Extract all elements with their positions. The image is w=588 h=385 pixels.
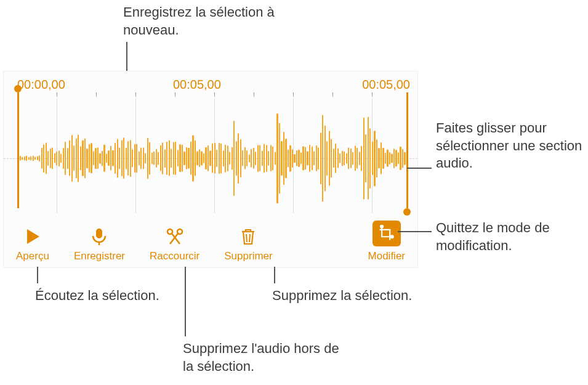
timecode-playhead: 00:05,00	[173, 78, 221, 92]
leader-delete-sel	[274, 267, 275, 283]
edit-mode-button[interactable]: Modifier	[368, 221, 405, 262]
callout-rerecord: Enregistrez la sélection à nouveau.	[123, 4, 283, 39]
tick-marks	[4, 92, 417, 97]
delete-label: Supprimer	[224, 250, 272, 262]
selection-handle-start[interactable]	[17, 92, 19, 208]
timecode-start: 00:00,00	[17, 78, 65, 92]
waveform[interactable]	[4, 108, 417, 208]
timecode-end: 00:05,00	[362, 78, 410, 92]
svg-line-6	[246, 234, 247, 242]
callout-delete-out: Supprimez l'audio hors de la sélection.	[183, 340, 343, 375]
scissors-icon	[165, 227, 185, 246]
delete-button[interactable]: Supprimer	[224, 227, 272, 262]
record-label: Enregistrer	[74, 250, 125, 262]
audio-editor-panel: 00:00,00 00:05,00 00:05,00	[4, 71, 417, 267]
waveform-area[interactable]: 00:00,00 00:05,00 00:05,00	[4, 71, 417, 213]
svg-line-7	[249, 234, 250, 242]
timecode-bar: 00:00,00 00:05,00 00:05,00	[4, 78, 417, 92]
callout-listen: Écoutez la sélection.	[35, 287, 159, 305]
callout-quit-edit: Quittez le mode de modification.	[436, 219, 588, 254]
diagram-stage: Enregistrez la sélection à nouveau. 00:0…	[0, 0, 588, 385]
svg-rect-0	[96, 229, 102, 238]
svg-point-8	[381, 225, 383, 227]
trim-label: Raccourcir	[150, 250, 199, 262]
preview-button[interactable]: Aperçu	[16, 227, 49, 262]
preview-label: Aperçu	[16, 250, 49, 262]
leader-quit-edit	[398, 231, 432, 232]
callout-drag: Faites glisser pour sélectionner une sec…	[436, 120, 588, 172]
svg-point-9	[390, 235, 393, 238]
callout-delete-sel: Supprimez la sélection.	[272, 287, 412, 305]
record-button[interactable]: Enregistrer	[74, 227, 125, 262]
trash-icon	[238, 227, 258, 246]
microphone-icon	[89, 227, 109, 246]
leader-delete-out	[185, 267, 186, 336]
crop-icon	[373, 221, 401, 246]
selection-handle-end[interactable]	[406, 92, 408, 208]
toolbar: Aperçu Enregistrer	[4, 216, 417, 267]
trim-button[interactable]: Raccourcir	[150, 227, 199, 262]
leader-listen	[37, 267, 38, 283]
edit-label: Modifier	[368, 250, 405, 262]
svg-point-2	[167, 229, 172, 234]
leader-drag	[407, 168, 432, 169]
svg-point-3	[177, 229, 182, 234]
play-icon	[23, 227, 42, 246]
